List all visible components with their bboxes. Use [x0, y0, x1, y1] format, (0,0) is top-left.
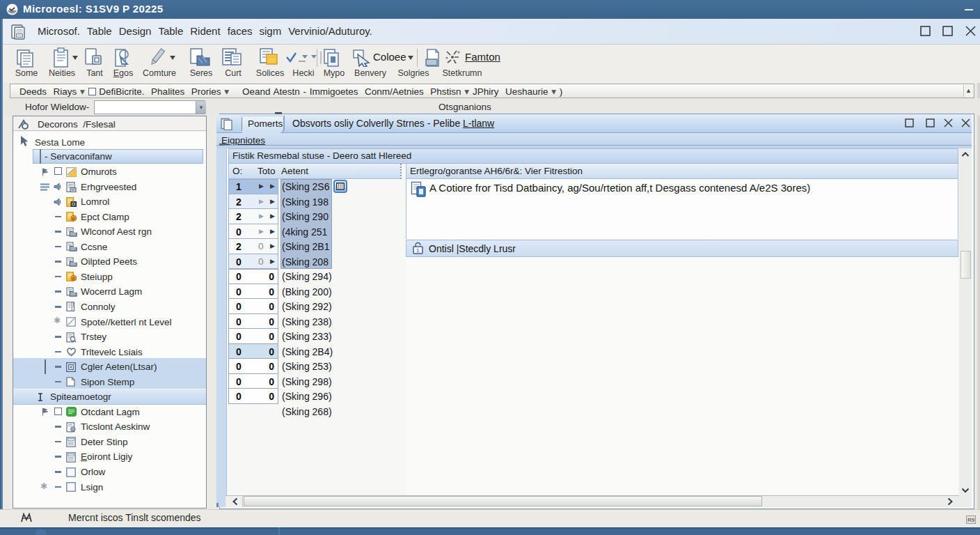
svg-text:1: 1 [416, 247, 420, 254]
svg-text:e: e [72, 275, 76, 281]
svg-text:e: e [72, 215, 76, 222]
